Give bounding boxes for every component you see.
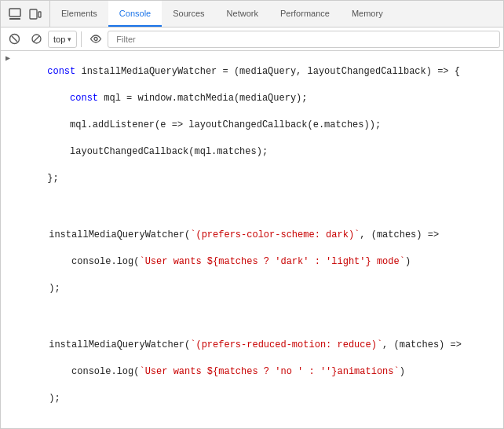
expand-arrow[interactable]: ▶ bbox=[5, 52, 10, 65]
tab-icon-group bbox=[1, 1, 50, 27]
console-code-entry: ▶ const installMediaQueryWatcher = (medi… bbox=[1, 51, 503, 200]
svg-line-7 bbox=[33, 36, 39, 42]
console-code-watcher1: installMediaQueryWatcher(`(prefers-color… bbox=[1, 214, 503, 310]
svg-rect-1 bbox=[9, 18, 20, 20]
tab-memory[interactable]: Memory bbox=[341, 1, 394, 27]
block-icon[interactable] bbox=[26, 30, 46, 49]
svg-rect-3 bbox=[38, 12, 41, 17]
tab-console[interactable]: Console bbox=[108, 1, 162, 27]
console-toolbar: top ▾ bbox=[1, 28, 503, 51]
tab-performance[interactable]: Performance bbox=[269, 1, 341, 27]
svg-line-5 bbox=[12, 36, 17, 42]
console-blank-1 bbox=[1, 200, 503, 214]
tab-elements[interactable]: Elements bbox=[50, 1, 108, 27]
eye-icon[interactable] bbox=[86, 30, 106, 49]
tab-sources[interactable]: Sources bbox=[162, 1, 215, 27]
console-output: ▶ const installMediaQueryWatcher = (medi… bbox=[1, 51, 503, 429]
filter-input[interactable] bbox=[111, 35, 496, 44]
clear-console-button[interactable] bbox=[4, 30, 24, 49]
svg-point-8 bbox=[94, 38, 97, 41]
chevron-down-icon: ▾ bbox=[68, 35, 71, 43]
tab-bar: Elements Console Sources Network Perform… bbox=[1, 1, 503, 28]
filter-box[interactable] bbox=[108, 31, 500, 48]
inspect-element-icon[interactable] bbox=[5, 5, 24, 24]
svg-rect-0 bbox=[9, 9, 20, 16]
console-blank-2 bbox=[1, 310, 503, 324]
context-selector[interactable]: top ▾ bbox=[48, 31, 77, 48]
device-toolbar-icon[interactable] bbox=[26, 5, 45, 24]
console-blank-3 bbox=[1, 420, 503, 429]
tab-network[interactable]: Network bbox=[216, 1, 269, 27]
svg-rect-2 bbox=[30, 9, 37, 19]
console-code-watcher2: installMediaQueryWatcher(`(prefers-reduc… bbox=[1, 324, 503, 420]
toolbar-divider bbox=[81, 31, 82, 47]
